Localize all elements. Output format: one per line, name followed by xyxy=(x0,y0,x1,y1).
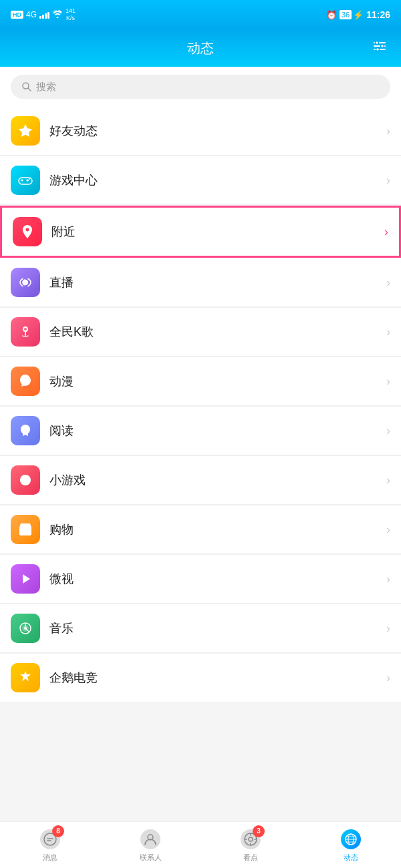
anime-icon xyxy=(11,367,40,396)
nav-trends-icon-wrap xyxy=(340,828,362,851)
menu-item-karaoke[interactable]: 全民K歌 › xyxy=(0,308,401,357)
search-icon xyxy=(21,81,32,92)
svg-point-9 xyxy=(27,180,29,181)
header-title: 动态 xyxy=(187,39,214,57)
scroll-area[interactable]: 搜索 好友动态 › 游戏中心 xyxy=(0,67,401,821)
search-placeholder: 搜索 xyxy=(36,81,56,93)
header: 动态 xyxy=(0,29,401,67)
menu-item-anime[interactable]: 动漫 › xyxy=(0,357,401,406)
svg-rect-8 xyxy=(19,178,32,184)
esports-icon xyxy=(11,663,40,692)
friends-label: 好友动态 xyxy=(49,123,386,139)
status-bar: HD 4G 141 K/s ⏰ 36 ⚡ 11:26 xyxy=(0,0,401,29)
search-container: 搜索 xyxy=(0,67,401,107)
chevron-icon: › xyxy=(386,473,390,487)
hd-badge: HD xyxy=(11,11,23,19)
status-right: ⏰ 36 ⚡ 11:26 xyxy=(326,9,390,20)
svg-line-7 xyxy=(28,88,31,91)
signal-bars xyxy=(39,11,49,19)
svg-point-20 xyxy=(24,479,27,481)
chevron-icon: › xyxy=(386,124,390,138)
search-bar[interactable]: 搜索 xyxy=(11,75,390,99)
nav-contacts[interactable]: 联系人 xyxy=(100,828,200,863)
network-type: 4G xyxy=(26,10,37,19)
svg-point-5 xyxy=(376,48,380,51)
menu-item-read[interactable]: 阅读 › xyxy=(0,407,401,455)
status-left: HD 4G 141 K/s xyxy=(11,7,76,22)
nearby-icon xyxy=(13,217,42,246)
svg-point-4 xyxy=(381,45,384,48)
weishi-label: 微视 xyxy=(49,571,386,587)
chevron-icon: › xyxy=(386,325,390,339)
wifi-icon xyxy=(52,9,63,20)
read-icon xyxy=(11,416,40,445)
trends-icon xyxy=(341,829,361,849)
nav-trends[interactable]: 动态 xyxy=(301,828,401,863)
nav-messages[interactable]: 8 消息 xyxy=(0,828,100,863)
star-icon xyxy=(17,123,33,139)
contacts-nav-label: 联系人 xyxy=(140,853,162,863)
menu-item-nearby[interactable]: 附近 › xyxy=(0,206,401,258)
menu-item-shop[interactable]: 购物 › xyxy=(0,505,401,554)
menu-item-game[interactable]: 游戏中心 › xyxy=(0,156,401,205)
anime-label: 动漫 xyxy=(49,373,386,389)
kandian-nav-label: 看点 xyxy=(243,853,258,863)
nav-kandian-icon-wrap: 3 xyxy=(239,828,262,851)
chevron-icon: › xyxy=(386,424,390,438)
kandian-badge: 3 xyxy=(253,825,265,837)
menu-item-weishi[interactable]: 微视 › xyxy=(0,555,401,604)
esports-label: 企鹅电竞 xyxy=(49,670,386,686)
svg-point-27 xyxy=(249,837,253,841)
svg-rect-14 xyxy=(25,332,26,336)
game-icon xyxy=(11,166,40,195)
friends-icon xyxy=(11,116,40,146)
menu-item-live[interactable]: 直播 › xyxy=(0,258,401,307)
nearby-label: 附近 xyxy=(51,224,384,240)
battery-indicator: 36 ⚡ xyxy=(340,10,364,20)
weishi-icon xyxy=(11,564,40,594)
karaoke-label: 全民K歌 xyxy=(49,324,386,340)
bottom-nav: 8 消息 联系人 3 看点 xyxy=(0,821,401,868)
contacts-icon xyxy=(140,829,160,849)
chevron-icon: › xyxy=(386,671,390,685)
speed-text: 141 K/s xyxy=(65,7,76,22)
nav-kandian[interactable]: 3 看点 xyxy=(200,828,301,863)
live-label: 直播 xyxy=(49,274,386,290)
music-icon xyxy=(11,614,40,643)
shop-icon xyxy=(11,515,40,544)
read-label: 阅读 xyxy=(49,423,386,439)
nav-contacts-icon-wrap xyxy=(139,828,162,851)
chevron-icon: › xyxy=(386,572,390,586)
music-label: 音乐 xyxy=(49,620,386,636)
time: 11:26 xyxy=(366,9,390,20)
svg-point-10 xyxy=(29,178,30,180)
nav-messages-icon-wrap: 8 xyxy=(39,828,61,851)
svg-point-13 xyxy=(24,328,27,331)
chevron-icon: › xyxy=(386,174,390,188)
chevron-icon: › xyxy=(384,225,388,239)
game-label: 游戏中心 xyxy=(49,172,386,188)
chevron-icon: › xyxy=(386,375,390,389)
menu-item-esports[interactable]: 企鹅电竞 › xyxy=(0,654,401,702)
messages-nav-label: 消息 xyxy=(43,853,57,863)
chevron-icon: › xyxy=(386,622,390,636)
chevron-icon: › xyxy=(386,276,390,290)
minigame-icon xyxy=(11,465,40,495)
filter-button[interactable] xyxy=(372,38,388,58)
messages-badge: 8 xyxy=(52,825,64,837)
chevron-icon: › xyxy=(386,523,390,537)
menu-item-friends[interactable]: 好友动态 › xyxy=(0,107,401,156)
menu-item-music[interactable]: 音乐 › xyxy=(0,604,401,653)
alarm-icon: ⏰ xyxy=(326,10,337,20)
live-icon xyxy=(11,268,40,297)
karaoke-icon xyxy=(11,317,40,347)
menu-list: 好友动态 › 游戏中心 › 附 xyxy=(0,107,401,702)
minigame-label: 小游戏 xyxy=(49,472,386,488)
menu-item-minigame[interactable]: 小游戏 › xyxy=(0,456,401,505)
svg-point-3 xyxy=(376,41,379,45)
trends-nav-label: 动态 xyxy=(344,853,358,863)
shop-label: 购物 xyxy=(49,521,386,537)
